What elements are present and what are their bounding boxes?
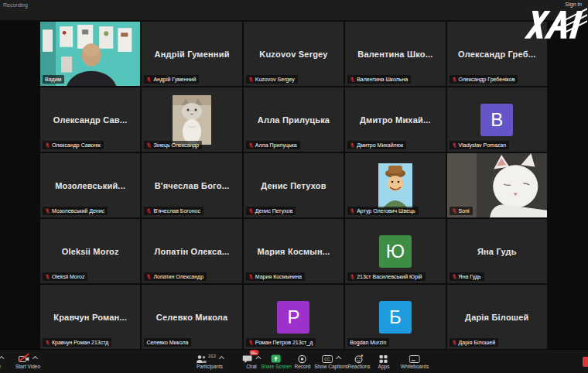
participant-tile[interactable]: Валентина Шко...Валентина Школьна <box>345 22 445 86</box>
muted-mic-icon <box>45 274 50 280</box>
muted-mic-icon <box>248 340 254 346</box>
zoom-meeting-window: Recording Sign in ВадимАндрій ГуменнийАн… <box>0 0 588 373</box>
apps-button[interactable]: Apps <box>378 353 390 369</box>
name-label: Олександр Савонік <box>43 141 104 149</box>
participant-tile[interactable]: Селевко МиколаСелевко Микола <box>142 285 241 349</box>
muted-mic-icon <box>452 77 457 83</box>
participant-tile[interactable]: Soni <box>447 153 547 217</box>
end-button-partial[interactable] <box>583 357 588 367</box>
participant-tile[interactable]: Дмитро Михай...Дмитро Михайлюк <box>345 87 445 152</box>
participant-tile[interactable]: Зінець Олександр <box>142 87 241 152</box>
muted-mic-icon <box>146 142 152 149</box>
participant-tile[interactable]: Алла ПрилуцькаАлла Прилуцька <box>244 87 344 152</box>
share-screen-button[interactable]: Share Screen <box>261 353 292 369</box>
mute-button[interactable]: Mute <box>0 353 4 369</box>
muted-mic-icon <box>45 208 50 214</box>
muted-mic-icon <box>350 142 355 149</box>
participants-label: Participants <box>197 364 223 369</box>
muted-mic-icon <box>248 208 254 214</box>
muted-mic-icon <box>45 340 50 346</box>
participant-tile[interactable]: Лопатін Олекса...Лопатин Олександр <box>142 219 241 283</box>
participant-tile[interactable]: Мозолевський...Мозолевський Денис <box>40 153 140 217</box>
participant-tile[interactable]: BVladyslav Pomazan <box>447 87 547 152</box>
name-label: Роман Петров 213ст_д <box>246 338 316 347</box>
name-label: В'ячеслав Богонос <box>144 207 203 215</box>
participant-tile[interactable]: Олександр Сав...Олександр Савонік <box>40 87 140 152</box>
participants-button[interactable]: 212 Participants <box>196 353 224 369</box>
name-label: Вадим <box>43 75 64 84</box>
participants-count: 212 <box>208 354 216 358</box>
muted-mic-icon <box>452 142 457 149</box>
participants-options-caret[interactable] <box>219 356 224 361</box>
participant-tile[interactable]: Oleksii MorozOleksii Moroz <box>40 219 140 283</box>
record-label: Record <box>295 364 311 369</box>
muted-mic-icon <box>350 274 355 280</box>
svg-text:CC: CC <box>324 357 330 361</box>
name-label: Мария Космынина <box>246 272 305 281</box>
captions-options-caret[interactable] <box>336 356 341 361</box>
avatar: B <box>480 104 513 136</box>
muted-mic-icon <box>146 208 152 214</box>
start-video-button[interactable]: Start Video <box>15 353 40 369</box>
muted-mic-icon <box>248 77 254 83</box>
show-captions-label: Show Captions <box>314 364 348 369</box>
participant-tile[interactable]: В'ячеслав Бого...В'ячеслав Богонос <box>142 153 241 217</box>
video-options-caret[interactable] <box>32 356 38 361</box>
xai-watermark-logo <box>524 5 587 46</box>
show-captions-button[interactable]: CC Show Captions <box>314 353 348 369</box>
avatar: Б <box>379 301 412 334</box>
participant-tile[interactable]: Андрій ГуменнийАндрій Гуменний <box>142 22 241 86</box>
chat-icon: 99+ <box>243 353 253 367</box>
muted-mic-icon <box>452 274 457 280</box>
name-label: Oleksii Moroz <box>43 272 87 281</box>
participant-tile[interactable]: Дарія БілошейДарія Білошей <box>447 285 547 349</box>
avatar: Ю <box>379 235 412 268</box>
participant-tile[interactable]: Ю213ст Василевський Юрій <box>345 219 445 283</box>
name-label: Кравчун Роман 213стд <box>43 338 111 347</box>
name-label: Дмитро Михайлюк <box>347 141 406 149</box>
reactions-button[interactable]: Reactions <box>348 353 371 369</box>
participant-tile[interactable]: Кравчун Роман...Кравчун Роман 213стд <box>40 285 140 349</box>
name-label: Дарія Білошей <box>450 338 498 347</box>
muted-mic-icon <box>146 274 152 280</box>
name-label: Зінець Олександр <box>144 141 202 149</box>
name-label: Лопатин Олександр <box>144 272 207 281</box>
name-label: Андрій Гуменний <box>144 75 199 84</box>
chat-button[interactable]: 99+ Chat <box>243 353 261 369</box>
apps-label: Apps <box>378 364 390 369</box>
avatar: Р <box>277 301 309 334</box>
chat-unread-badge: 99+ <box>249 350 258 355</box>
name-label: Мозолевський Денис <box>43 207 108 215</box>
muted-mic-icon <box>350 77 355 83</box>
participant-tile[interactable]: Мария Космын...Мария Космынина <box>244 219 344 283</box>
name-label: Алла Прилуцька <box>246 141 300 149</box>
muted-mic-icon <box>350 208 355 214</box>
muted-mic-icon <box>452 208 457 214</box>
muted-mic-icon <box>146 77 152 83</box>
top-bar: Recording Sign in <box>0 0 588 20</box>
record-button[interactable]: Record <box>295 353 311 369</box>
participant-tile[interactable]: РРоман Петров 213ст_д <box>244 285 344 349</box>
participant-tile[interactable]: Вадим <box>40 22 140 86</box>
muted-mic-icon <box>45 142 50 149</box>
share-screen-label: Share Screen <box>261 364 292 369</box>
name-label: Soni <box>450 207 473 215</box>
name-label: Артур Олегович Швець <box>347 207 418 215</box>
toolbar: Mute Start Video 212 Participants <box>0 349 588 373</box>
participant-tile[interactable]: БBogdan Murzin <box>345 285 445 349</box>
name-label: Vladyslav Pomazan <box>450 141 509 149</box>
participants-grid: ВадимАндрій ГуменнийАндрій ГуменнийKuzov… <box>40 22 547 349</box>
mute-options-caret[interactable] <box>0 356 5 361</box>
participant-tile[interactable]: Kuzovov SergeyKuzovov Sergey <box>244 22 344 86</box>
muted-mic-icon <box>248 274 254 280</box>
muted-mic-icon <box>248 142 254 149</box>
participant-tile[interactable]: Артур Олегович Швець <box>345 153 445 217</box>
name-label: 213ст Василевський Юрій <box>347 272 425 281</box>
reactions-label: Reactions <box>348 364 371 369</box>
participant-tile[interactable]: Денис ПетуховДенис Петухов <box>244 153 344 217</box>
participant-tile[interactable]: Яна ГудьЯна Гудь <box>447 219 547 283</box>
whiteboards-button[interactable]: Whiteboards <box>401 353 429 369</box>
muted-mic-icon <box>452 340 457 346</box>
recording-indicator: Recording <box>3 2 28 8</box>
name-label: Валентина Школьна <box>347 75 411 84</box>
